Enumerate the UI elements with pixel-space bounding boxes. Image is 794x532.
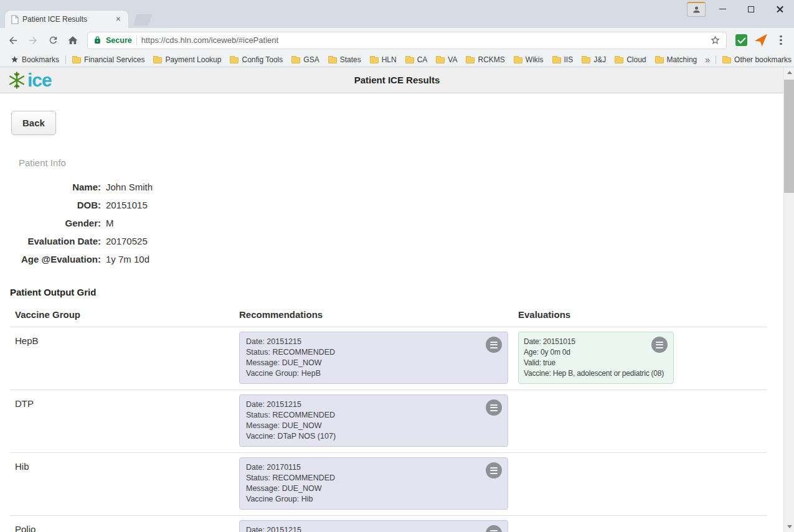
folder-icon	[436, 57, 445, 63]
folder-icon	[582, 57, 590, 63]
field-evaluation-date: Evaluation Date: 20170525	[10, 232, 767, 250]
home-icon	[67, 35, 78, 46]
bookmark-states[interactable]: States	[324, 55, 366, 64]
folder-icon	[722, 57, 731, 63]
forward-nav-button[interactable]	[24, 31, 42, 50]
bookmark-wikis[interactable]: Wikis	[509, 55, 548, 64]
tab-favicon-icon	[11, 15, 19, 24]
minimize-button[interactable]	[708, 0, 737, 18]
folder-icon	[328, 57, 337, 63]
orange-extension-icon	[755, 34, 767, 47]
field-gender: Gender: M	[10, 214, 767, 232]
bookmarks-separator	[65, 55, 66, 64]
recommendation-card: Date: 20151215 Status: RECOMMENDED Messa…	[239, 394, 508, 447]
url-text[interactable]: https://cds.hln.com/iceweb/#icePatient	[141, 35, 706, 45]
extension-green-button[interactable]	[732, 31, 750, 50]
ice-logo: ice	[7, 71, 52, 90]
scroll-down-arrow[interactable]	[784, 521, 794, 532]
bookmark-iis[interactable]: IIS	[548, 55, 578, 64]
list-menu-icon[interactable]	[486, 337, 502, 353]
folder-icon	[552, 57, 561, 63]
column-evaluations: Evaluations	[518, 309, 767, 320]
page-content: Back Patient Info Name: John Smith DOB: …	[0, 93, 794, 532]
vertical-scrollbar[interactable]	[783, 67, 794, 532]
maximize-button[interactable]	[737, 0, 765, 18]
patient-info-fields: Name: John Smith DOB: 20151015 Gender: M…	[10, 178, 767, 268]
close-button[interactable]	[765, 0, 794, 18]
bookmarks-separator	[716, 55, 716, 64]
minimize-icon	[719, 9, 726, 10]
folder-icon	[370, 57, 379, 63]
new-tab-button[interactable]	[133, 14, 152, 26]
evaluation-card: Date: 20151015 Age: 0y 0m 0d Valid: true…	[518, 332, 674, 384]
patient-info-legend: Patient Info	[19, 157, 767, 168]
vaccine-group-name: DTP	[10, 394, 239, 447]
grid-row-hib: Hib Date: 20170115 Status: RECOMMENDED M…	[10, 453, 767, 516]
bookmark-cloud[interactable]: Cloud	[610, 55, 650, 64]
folder-icon	[514, 57, 522, 63]
green-check-extension-icon	[735, 34, 747, 46]
folder-icon	[615, 57, 623, 63]
lock-icon	[93, 36, 102, 44]
reload-button[interactable]	[44, 31, 62, 50]
close-icon	[776, 5, 784, 13]
browser-menu-button[interactable]	[772, 31, 790, 50]
bookmark-star-icon[interactable]	[710, 35, 721, 45]
vaccine-group-name: Hib	[10, 457, 239, 510]
bookmark-va[interactable]: VA	[432, 55, 461, 64]
bookmark-ca[interactable]: CA	[401, 55, 432, 64]
folder-icon	[230, 57, 239, 63]
back-nav-button[interactable]	[4, 31, 22, 50]
snowflake-icon	[7, 71, 26, 90]
profile-avatar-button[interactable]	[687, 2, 706, 17]
bookmark-matching[interactable]: Matching	[651, 55, 702, 64]
scrollbar-thumb[interactable]	[784, 80, 794, 193]
bookmarks-bar: Bookmarks Financial Services Payment Loo…	[0, 52, 794, 67]
column-recommendations: Recommendations	[239, 309, 518, 320]
folder-icon	[291, 57, 300, 63]
browser-tab[interactable]: Patient ICE Results	[5, 11, 128, 28]
folder-icon	[153, 57, 162, 63]
tab-close-icon[interactable]	[114, 15, 123, 24]
kebab-menu-icon	[780, 35, 782, 45]
page-viewport: ice Patient ICE Results Back Patient Inf…	[0, 67, 794, 532]
list-menu-icon[interactable]	[486, 462, 502, 478]
recommendation-card: Date: 20151215 Status: RECOMMENDED	[239, 520, 508, 532]
field-age-at-evaluation: Age @Evaluation: 1y 7m 10d	[10, 250, 767, 268]
bookmark-rckms[interactable]: RCKMS	[461, 55, 509, 64]
list-menu-icon[interactable]	[486, 399, 502, 416]
home-button[interactable]	[64, 31, 82, 50]
page-header: ice Patient ICE Results	[0, 67, 794, 93]
grid-row-dtp: DTP Date: 20151215 Status: RECOMMENDED M…	[10, 390, 767, 453]
back-button[interactable]: Back	[11, 111, 56, 135]
reload-icon	[48, 35, 59, 45]
recommendation-card: Date: 20170115 Status: RECOMMENDED Messa…	[239, 457, 508, 510]
bookmark-payment-lookup[interactable]: Payment Lookup	[149, 55, 225, 64]
extension-orange-button[interactable]	[752, 31, 770, 50]
folder-icon	[405, 57, 414, 63]
recommendation-card: Date: 20151215 Status: RECOMMENDED Messa…	[239, 332, 508, 384]
grid-row-polio: Polio Date: 20151215 Status: RECOMMENDED	[10, 516, 767, 532]
bookmark-hln[interactable]: HLN	[366, 55, 401, 64]
secure-label: Secure	[106, 36, 132, 45]
person-icon	[692, 5, 701, 14]
maximize-icon	[748, 6, 754, 12]
other-bookmarks[interactable]: Other bookmarks	[718, 55, 794, 64]
window-controls	[708, 0, 794, 18]
bookmarks-root[interactable]: Bookmarks	[6, 55, 64, 64]
bookmark-jj[interactable]: J&J	[577, 55, 610, 64]
address-bar[interactable]: Secure https://cds.hln.com/iceweb/#icePa…	[87, 32, 727, 49]
output-grid-title: Patient Output Grid	[10, 287, 767, 297]
back-arrow-icon	[7, 35, 19, 46]
bookmarks-label: Bookmarks	[22, 55, 59, 64]
bookmark-financial-services[interactable]: Financial Services	[68, 55, 149, 64]
bookmark-gsa[interactable]: GSA	[287, 55, 323, 64]
bookmark-config-tools[interactable]: Config Tools	[225, 55, 287, 64]
list-menu-icon[interactable]	[651, 337, 668, 353]
scroll-up-arrow[interactable]	[784, 67, 794, 78]
column-vaccine-group: Vaccine Group	[10, 309, 239, 320]
bookmarks-overflow-chevron[interactable]: »	[701, 55, 714, 65]
vaccine-group-name: Polio	[10, 520, 239, 532]
folder-icon	[72, 57, 81, 63]
page-title: Patient ICE Results	[0, 75, 794, 85]
